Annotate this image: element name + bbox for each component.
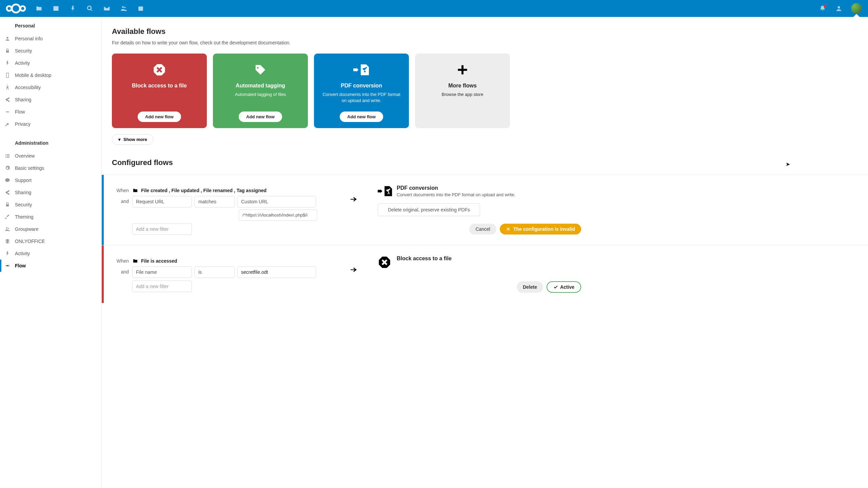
rule-accent bbox=[102, 175, 104, 245]
and-label: and bbox=[112, 196, 129, 204]
sidebar-item-overview[interactable]: Overview bbox=[0, 150, 101, 162]
calendar-app-icon[interactable] bbox=[132, 0, 149, 17]
active-button[interactable]: Active bbox=[547, 281, 581, 293]
sidebar-item-label: Sharing bbox=[15, 97, 31, 102]
sidebar-item-security[interactable]: Security bbox=[0, 45, 101, 57]
sidebar-item-label: Security bbox=[15, 48, 32, 54]
add-filter-button[interactable]: Add a new filter bbox=[132, 223, 192, 235]
photos-app-icon[interactable] bbox=[47, 0, 64, 17]
add-flow-button[interactable]: Add new flow bbox=[138, 111, 181, 122]
sidebar-item-theming[interactable]: Theming bbox=[0, 211, 101, 223]
mail-app-icon[interactable] bbox=[98, 0, 115, 17]
main-content: Available flows For details on how to wr… bbox=[102, 17, 868, 488]
search-app-icon[interactable] bbox=[81, 0, 98, 17]
filter-regex-input[interactable]: /^https\:\/\/localhost\/index\.php$/i bbox=[239, 209, 317, 221]
flow-card-more[interactable]: More flows Browse the app store bbox=[415, 54, 510, 128]
contacts-menu-icon[interactable] bbox=[831, 1, 846, 16]
svg-point-0 bbox=[7, 6, 12, 11]
filter-field-select[interactable]: File name bbox=[132, 266, 192, 278]
user-avatar[interactable] bbox=[851, 3, 862, 14]
sidebar-item-sharing-admin[interactable]: Sharing bbox=[0, 186, 101, 199]
sidebar-item-privacy[interactable]: Privacy bbox=[0, 118, 101, 130]
activity-app-icon[interactable] bbox=[64, 0, 81, 17]
sidebar-item-accessibility[interactable]: Accessibility bbox=[0, 81, 101, 94]
flow-card-tagging: Automated tagging Automated tagging of f… bbox=[213, 54, 308, 128]
when-events: File is accessed bbox=[141, 258, 177, 264]
when-events: File created , File updated , File renam… bbox=[141, 188, 267, 193]
list-icon bbox=[5, 153, 10, 159]
svg-point-2 bbox=[20, 6, 25, 11]
contacts-app-icon[interactable] bbox=[115, 0, 132, 17]
flow-card-title: Block access to a file bbox=[132, 83, 187, 89]
filter-value-input[interactable]: secretfile.odt bbox=[237, 266, 316, 278]
sidebar-item-label: Overview bbox=[15, 153, 35, 159]
block-icon bbox=[153, 62, 166, 78]
available-flows-subtitle: For details on how to write your own flo… bbox=[112, 40, 597, 45]
available-flows-title: Available flows bbox=[112, 27, 597, 36]
flow-card-desc: Browse the app store bbox=[442, 92, 484, 122]
sidebar-item-personal-info[interactable]: Personal info bbox=[0, 33, 101, 45]
layers-icon bbox=[5, 239, 10, 244]
rule-result-title: PDF conversion bbox=[397, 185, 515, 191]
add-flow-button[interactable]: Add new flow bbox=[239, 111, 282, 122]
sidebar-item-flow[interactable]: Flow bbox=[0, 106, 101, 118]
share-icon bbox=[5, 190, 10, 195]
logo[interactable] bbox=[5, 3, 26, 14]
sidebar-section-personal: Personal bbox=[0, 19, 101, 33]
sidebar-item-label: Sharing bbox=[15, 190, 31, 195]
sidebar-item-activity-admin[interactable]: Activity bbox=[0, 247, 101, 260]
check-icon bbox=[553, 285, 558, 289]
settings-sidebar: Personal Personal info Security Activity… bbox=[0, 17, 102, 488]
notifications-icon[interactable] bbox=[815, 1, 830, 16]
group-icon bbox=[5, 226, 10, 232]
bolt-icon bbox=[5, 251, 10, 256]
sidebar-item-onlyoffice[interactable]: ONLYOFFICE bbox=[0, 235, 101, 247]
sidebar-item-security-admin[interactable]: Security bbox=[0, 199, 101, 211]
share-icon bbox=[5, 97, 10, 102]
sidebar-item-label: ONLYOFFICE bbox=[15, 239, 45, 244]
rule-option-select[interactable]: Delete original, preserve existing PDFs bbox=[378, 203, 480, 216]
sidebar-item-label: Mobile & desktop bbox=[15, 73, 51, 78]
filter-field-select[interactable]: Request URL bbox=[132, 196, 192, 207]
sidebar-item-label: Security bbox=[15, 202, 32, 207]
flow-card-desc: Automated tagging of files bbox=[235, 92, 286, 108]
sidebar-item-label: Flow bbox=[15, 109, 25, 115]
sidebar-item-label: Support bbox=[15, 178, 32, 183]
cancel-button[interactable]: Cancel bbox=[469, 224, 496, 235]
sidebar-item-label: Theming bbox=[15, 214, 33, 220]
flow-rule: When File is accessed and File name is s… bbox=[102, 245, 868, 303]
add-flow-button[interactable]: Add new flow bbox=[340, 111, 383, 122]
configured-flows-title: Configured flows bbox=[112, 158, 597, 167]
filter-operator-select[interactable]: matches bbox=[195, 196, 235, 207]
invalid-config-button[interactable]: The configuration is invalid bbox=[500, 224, 581, 235]
sidebar-item-support[interactable]: Support bbox=[0, 174, 101, 186]
filter-value-select[interactable]: Custom URL bbox=[237, 196, 316, 207]
sidebar-item-label: Personal info bbox=[15, 36, 43, 41]
sidebar-item-basic-settings[interactable]: Basic settings bbox=[0, 162, 101, 174]
sidebar-item-label: Groupware bbox=[15, 226, 38, 232]
show-more-button[interactable]: ▾ Show more bbox=[112, 134, 154, 145]
sidebar-section-admin: Administration bbox=[0, 136, 101, 150]
sidebar-item-mobile[interactable]: Mobile & desktop bbox=[0, 69, 101, 81]
flow-card-title: Automated tagging bbox=[236, 83, 285, 89]
app-header bbox=[0, 0, 868, 17]
sidebar-item-groupware[interactable]: Groupware bbox=[0, 223, 101, 235]
add-filter-button[interactable]: Add a new filter bbox=[132, 281, 192, 292]
folder-icon bbox=[132, 258, 138, 264]
files-app-icon[interactable] bbox=[31, 0, 47, 17]
sidebar-item-label: Flow bbox=[15, 263, 26, 268]
lock-icon bbox=[5, 202, 10, 207]
flow-icon bbox=[5, 263, 10, 268]
flow-card-pdf: ▲ PDF conversion Convert documents into … bbox=[314, 54, 409, 128]
sidebar-item-sharing[interactable]: Sharing bbox=[0, 94, 101, 106]
arrow-right-icon bbox=[349, 195, 357, 204]
flow-rule: When File created , File updated , File … bbox=[102, 175, 868, 245]
sidebar-item-activity[interactable]: Activity bbox=[0, 57, 101, 69]
filter-operator-select[interactable]: is bbox=[195, 266, 235, 278]
bolt-icon bbox=[5, 60, 10, 66]
delete-button[interactable]: Delete bbox=[517, 281, 543, 293]
rule-result-desc: Convert documents into the PDF format on… bbox=[397, 192, 515, 198]
sidebar-item-flow-admin[interactable]: Flow bbox=[0, 260, 101, 272]
chevron-down-icon: ▾ bbox=[118, 137, 121, 142]
svg-text:▲: ▲ bbox=[363, 69, 367, 73]
